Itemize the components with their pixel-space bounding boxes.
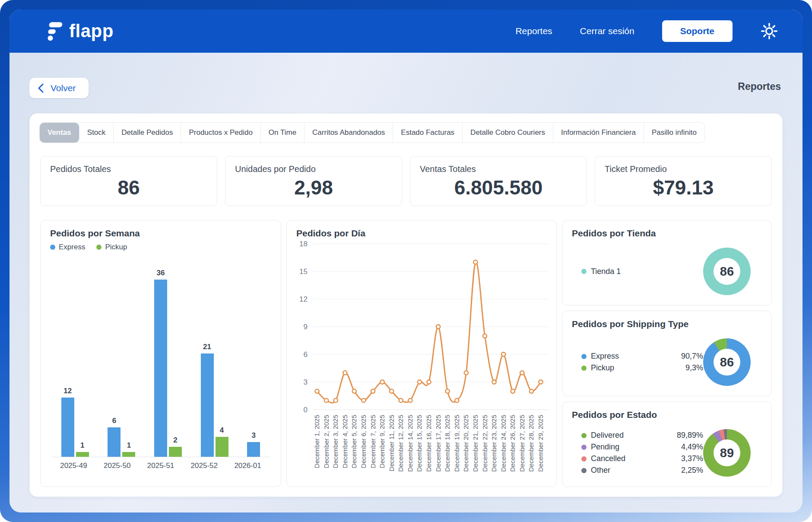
svg-text:December 1, 2025: December 1, 2025 bbox=[313, 415, 320, 468]
bar-pickup bbox=[169, 447, 182, 457]
donut-pedidos-por-tienda: 86 bbox=[703, 248, 751, 295]
svg-text:6: 6 bbox=[304, 350, 308, 359]
nav-logout[interactable]: Cerrar sesión bbox=[580, 26, 634, 36]
donut-center-value: 86 bbox=[714, 258, 740, 285]
donut-title: Pedidos por Shipping Type bbox=[562, 311, 771, 329]
bar-value-label: 21 bbox=[203, 343, 211, 351]
tab-ventas[interactable]: Ventas bbox=[40, 123, 79, 143]
svg-text:December 4, 2025: December 4, 2025 bbox=[341, 415, 349, 468]
app-header: flapp Reportes Cerrar sesión Soporte bbox=[10, 10, 802, 53]
bar-value-label: 12 bbox=[63, 387, 72, 395]
bar-value-label: 3 bbox=[251, 431, 255, 440]
svg-text:December 16, 2025: December 16, 2025 bbox=[425, 415, 432, 472]
bar-pickup bbox=[76, 452, 89, 457]
kpi-unidades-por-pedido: Unidades por Pedido2,98 bbox=[225, 156, 402, 206]
page-title: Reportes bbox=[738, 81, 781, 92]
svg-text:December 12, 2025: December 12, 2025 bbox=[397, 415, 404, 472]
back-label: Volver bbox=[51, 83, 76, 93]
line-plot: 0369121518December 1, 2025December 2, 20… bbox=[293, 239, 552, 487]
svg-text:December 29, 2025: December 29, 2025 bbox=[537, 415, 544, 472]
svg-text:18: 18 bbox=[299, 240, 308, 248]
report-tabs: VentasStockDetalle PedidosProductos x Pe… bbox=[39, 122, 705, 143]
legend-express: Express bbox=[50, 243, 85, 251]
bar-x-label: 2025-49 bbox=[60, 462, 87, 470]
nav-reportes[interactable]: Reportes bbox=[515, 26, 552, 36]
legend-pickup: Pickup bbox=[96, 243, 127, 251]
svg-text:December 2, 2025: December 2, 2025 bbox=[323, 415, 330, 468]
donut-card-pedidos-por-tienda: Pedidos por TiendaTienda 186 bbox=[562, 220, 772, 306]
donut-pedidos-por-estado: 89 bbox=[703, 429, 751, 477]
tab-pasillo-infinito[interactable]: Pasillo infinito bbox=[644, 123, 704, 143]
bar-value-label: 2 bbox=[173, 436, 177, 445]
bar-express bbox=[247, 442, 260, 457]
bar-pickup bbox=[122, 452, 135, 457]
tab-informacion-financiera[interactable]: Información Financiera bbox=[553, 123, 644, 143]
tab-carritos-abandonados[interactable]: Carritos Abandonados bbox=[304, 123, 393, 143]
svg-text:0: 0 bbox=[304, 406, 308, 414]
back-button[interactable]: Volver bbox=[29, 78, 89, 98]
support-button[interactable]: Soporte bbox=[662, 20, 733, 42]
donut-pedidos-por-shipping-type: 86 bbox=[703, 338, 751, 386]
svg-text:December 23, 2025: December 23, 2025 bbox=[490, 415, 498, 472]
charts-row: Pedidos por Semana ExpressPickup 1216136… bbox=[40, 220, 772, 487]
bar-value-label: 6 bbox=[112, 417, 116, 425]
bar-group-2025-50: 61 bbox=[108, 417, 135, 457]
bar-x-labels: 2025-492025-502025-512025-522026-01 bbox=[52, 462, 270, 470]
tab-detalle-cobro-couriers[interactable]: Detalle Cobro Couriers bbox=[463, 123, 553, 143]
tab-estado-facturas[interactable]: Estado Facturas bbox=[393, 123, 463, 143]
bar-plot: 121613622143 bbox=[52, 267, 270, 457]
tab-on-time[interactable]: On Time bbox=[261, 123, 304, 143]
svg-text:December 7, 2025: December 7, 2025 bbox=[369, 415, 377, 468]
logo-text: flapp bbox=[69, 21, 114, 41]
kpi-ventas-totales: Ventas Totales6.805.580 bbox=[410, 156, 587, 206]
legend-pickup: Pickup9,3% bbox=[581, 362, 703, 374]
flapp-logo: flapp bbox=[46, 21, 114, 41]
svg-text:12: 12 bbox=[299, 295, 308, 303]
report-card: VentasStockDetalle PedidosProductos x Pe… bbox=[29, 113, 783, 497]
bar-value-label: 1 bbox=[80, 441, 84, 450]
bar-value-label: 4 bbox=[220, 426, 224, 435]
app-window: flapp Reportes Cerrar sesión Soporte bbox=[10, 10, 802, 512]
flapp-logo-icon bbox=[46, 21, 65, 41]
kpi-label: Pedidos Totales bbox=[41, 156, 217, 174]
legend-tienda-1: Tienda 1 bbox=[581, 266, 703, 277]
bar-express bbox=[154, 280, 167, 457]
svg-text:December 11, 2025: December 11, 2025 bbox=[388, 415, 395, 471]
bar-group-2025-49: 121 bbox=[61, 387, 89, 457]
legend-express: Express90,7% bbox=[581, 350, 703, 362]
donut-title: Pedidos por Estado bbox=[562, 402, 771, 420]
donut-center-value: 86 bbox=[714, 349, 740, 376]
kpi-value: 2,98 bbox=[225, 176, 402, 199]
header-nav: Reportes Cerrar sesión Soporte bbox=[515, 20, 778, 42]
bar-x-label: 2026-01 bbox=[234, 462, 261, 470]
bar-value-label: 36 bbox=[157, 269, 165, 277]
svg-text:December 27, 2025: December 27, 2025 bbox=[518, 415, 526, 472]
kpi-value: 86 bbox=[41, 176, 217, 199]
svg-text:December 5, 2025: December 5, 2025 bbox=[350, 415, 358, 468]
kpi-ticket-promedio: Ticket Promedio$79.13 bbox=[595, 156, 772, 206]
kpi-label: Ventas Totales bbox=[410, 156, 587, 174]
kpi-label: Unidades por Pedido bbox=[225, 156, 402, 174]
bar-group-2026-01: 3 bbox=[247, 431, 260, 457]
svg-text:15: 15 bbox=[299, 267, 308, 276]
tab-detalle-pedidos[interactable]: Detalle Pedidos bbox=[114, 123, 181, 143]
gear-icon[interactable] bbox=[760, 22, 778, 40]
donut-column: Pedidos por TiendaTienda 186Pedidos por … bbox=[562, 220, 772, 487]
bar-x-label: 2025-50 bbox=[104, 462, 130, 470]
tab-productos-x-pedido[interactable]: Productos x Pedido bbox=[181, 123, 260, 143]
orders-per-day-chart: Pedidos por Día 0369121518December 1, 20… bbox=[286, 220, 557, 487]
bar-value-label: 1 bbox=[127, 441, 131, 450]
bar-express bbox=[201, 353, 214, 457]
svg-text:9: 9 bbox=[304, 323, 308, 331]
bar-x-label: 2025-51 bbox=[147, 462, 174, 470]
svg-text:3: 3 bbox=[304, 378, 308, 386]
legend-other: Other2,25% bbox=[581, 465, 703, 476]
legend-pending: Pending4,49% bbox=[581, 441, 703, 453]
tab-stock[interactable]: Stock bbox=[79, 123, 114, 143]
kpi-label: Ticket Promedio bbox=[595, 156, 771, 174]
donut-center-value: 89 bbox=[714, 439, 740, 466]
bar-express bbox=[108, 427, 121, 457]
svg-text:December 26, 2025: December 26, 2025 bbox=[509, 415, 516, 472]
bar-express bbox=[61, 398, 74, 457]
svg-text:December 24, 2025: December 24, 2025 bbox=[500, 415, 507, 472]
